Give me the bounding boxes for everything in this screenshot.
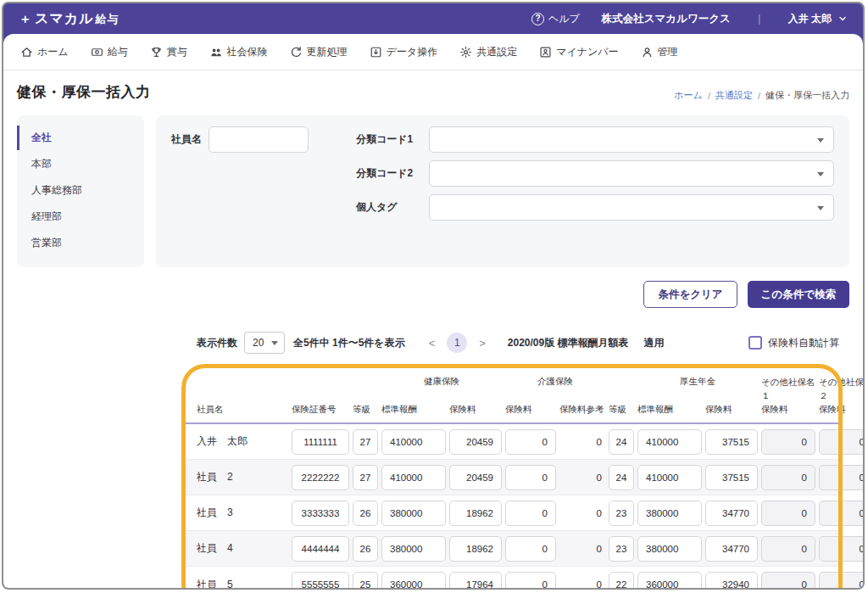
- chevron-down-icon: [817, 138, 824, 143]
- kenpo-standard-input[interactable]: 360000: [381, 572, 446, 590]
- kaigo-premium-input[interactable]: 0: [505, 501, 556, 526]
- kenpo-grade-input[interactable]: 27: [353, 465, 378, 490]
- settings-icon: [459, 46, 472, 59]
- category2-select[interactable]: [429, 160, 834, 187]
- col-header-other1: その他社保名１保険料: [761, 376, 815, 416]
- kaigo-premium-input[interactable]: 0: [505, 572, 556, 590]
- page-number-button[interactable]: 1: [447, 333, 467, 353]
- kaigo-premium-input[interactable]: 0: [505, 465, 556, 490]
- kaigo-premium-input[interactable]: 0: [505, 429, 556, 455]
- kenpo-standard-input[interactable]: 380000: [381, 501, 446, 526]
- nav-label: マイナンバー: [556, 45, 618, 59]
- kosei-grade-input[interactable]: 24: [609, 465, 634, 490]
- kosei-premium-input[interactable]: 37515: [705, 465, 758, 490]
- employee-name: 社員 2: [197, 470, 288, 484]
- cert-no-input[interactable]: 3333333: [292, 501, 349, 526]
- table-row: 社員 5 5555555 25 360000 17964 0 0 22 3600…: [183, 567, 841, 590]
- page-size-label: 表示件数: [197, 336, 237, 350]
- prev-page-button[interactable]: <: [429, 337, 436, 350]
- sidebar-item-sales[interactable]: 営業部: [17, 231, 144, 255]
- kenpo-premium-input[interactable]: 20459: [449, 429, 502, 455]
- kenpo-standard-input[interactable]: 410000: [381, 429, 446, 455]
- other1-premium-input: 0: [761, 536, 815, 562]
- sidebar-item-headquarters[interactable]: 本部: [17, 152, 144, 176]
- breadcrumb-settings[interactable]: 共通設定: [715, 89, 753, 102]
- kosei-standard-input[interactable]: 380000: [637, 501, 702, 526]
- col-header-name: 社員名: [197, 404, 288, 416]
- kosei-grade-input[interactable]: 23: [609, 536, 634, 562]
- kosei-standard-input[interactable]: 410000: [637, 465, 702, 490]
- kenpo-premium-input[interactable]: 17964: [449, 572, 502, 590]
- user-menu[interactable]: 入井 太郎: [788, 12, 848, 26]
- col-header-cert-no: 保険証番号: [292, 404, 349, 416]
- kenpo-premium-input[interactable]: 18962: [449, 501, 502, 526]
- content-sheet: ホーム 給与 賞与 社会保険 更新処理 データ操作: [3, 34, 863, 590]
- app-window: ＋ スマカル 給与 ? ヘルプ 株式会社スマカルワークス ｜ 入井 太郎 ホーム: [2, 2, 865, 590]
- nav-item-bonus[interactable]: 賞与: [150, 45, 187, 59]
- sidebar-item-hr-general-affairs[interactable]: 人事総務部: [17, 178, 144, 203]
- kosei-premium-input[interactable]: 37515: [705, 429, 758, 455]
- help-link[interactable]: ? ヘルプ: [531, 12, 580, 26]
- kosei-grade-input[interactable]: 23: [609, 501, 634, 526]
- employee-name-input[interactable]: [209, 126, 309, 153]
- kosei-premium-input[interactable]: 32940: [705, 572, 758, 590]
- kosei-standard-input[interactable]: 360000: [637, 572, 702, 590]
- nav-item-settings[interactable]: 共通設定: [459, 45, 517, 59]
- cert-no-input[interactable]: 4444444: [292, 536, 349, 562]
- kenpo-standard-input[interactable]: 380000: [381, 536, 446, 562]
- sidebar-item-accounting[interactable]: 経理部: [17, 204, 144, 229]
- kosei-grade-input[interactable]: 22: [609, 572, 634, 590]
- cert-no-input[interactable]: 2222222: [292, 465, 349, 490]
- breadcrumb: ホーム / 共通設定 / 健保・厚保一括入力: [674, 89, 849, 102]
- auto-calc-label: 保険料自動計算: [768, 336, 839, 350]
- nav-label: 給与: [108, 45, 128, 59]
- page-size-select[interactable]: 20: [244, 332, 285, 354]
- nav-item-data-operations[interactable]: データ操作: [370, 45, 438, 59]
- logo-plus-icon: ＋: [19, 11, 31, 27]
- kosei-standard-input[interactable]: 410000: [637, 429, 702, 455]
- category1-select[interactable]: [429, 126, 834, 153]
- department-sidebar: 全社 本部 人事総務部 経理部 営業部: [17, 115, 144, 267]
- kenpo-standard-input[interactable]: 410000: [381, 465, 446, 490]
- category1-label: 分類コード1: [356, 132, 429, 147]
- kenpo-grade-input[interactable]: 27: [353, 429, 378, 455]
- search-button[interactable]: この条件で検索: [748, 281, 849, 308]
- kaigo-premium-input[interactable]: 0: [505, 536, 556, 562]
- nav-item-admin[interactable]: 管理: [641, 45, 678, 59]
- other1-premium-input: 0: [761, 429, 815, 455]
- next-page-button[interactable]: >: [479, 337, 486, 350]
- kosei-premium-input[interactable]: 34770: [705, 501, 758, 526]
- kenpo-grade-input[interactable]: 26: [353, 536, 378, 562]
- kosei-premium-input[interactable]: 34770: [705, 536, 758, 562]
- kosei-standard-input[interactable]: 380000: [637, 536, 702, 562]
- col-header-kenpo-premium: 保険料: [449, 404, 502, 416]
- category2-label: 分類コード2: [356, 166, 429, 181]
- kenpo-grade-input[interactable]: 26: [353, 501, 378, 526]
- other1-premium-input: 0: [761, 501, 815, 526]
- kaigo-ref-value: 0: [559, 473, 605, 483]
- auto-calc-checkbox[interactable]: [748, 336, 762, 350]
- nav-item-home[interactable]: ホーム: [20, 45, 69, 59]
- sidebar-item-all-company[interactable]: 全社: [17, 126, 144, 150]
- nav-item-social-insurance[interactable]: 社会保険: [209, 45, 268, 59]
- kosei-grade-input[interactable]: 24: [609, 429, 634, 455]
- admin-icon: [641, 46, 654, 59]
- cert-no-input[interactable]: 1111111: [292, 429, 349, 455]
- clear-conditions-button[interactable]: 条件をクリア: [643, 281, 737, 308]
- col-header-kenpo-standard: 標準報酬: [381, 404, 446, 416]
- nav-item-payroll[interactable]: 給与: [91, 45, 128, 59]
- kenpo-grade-input[interactable]: 25: [353, 572, 378, 590]
- top-header: ＋ スマカル 給与 ? ヘルプ 株式会社スマカルワークス ｜ 入井 太郎: [3, 3, 863, 34]
- nav-item-my-number[interactable]: マイナンバー: [539, 45, 618, 59]
- nav-item-update[interactable]: 更新処理: [290, 45, 348, 59]
- personal-tag-select[interactable]: [429, 194, 834, 221]
- kenpo-premium-input[interactable]: 18962: [449, 536, 502, 562]
- col-header-other2: その他社保名２保険料: [819, 376, 863, 416]
- logo-suffix-text: 給与: [96, 12, 120, 27]
- breadcrumb-home[interactable]: ホーム: [674, 89, 703, 102]
- kaigo-ref-value: 0: [559, 579, 605, 590]
- cert-no-input[interactable]: 5555555: [292, 572, 349, 590]
- kenpo-premium-input[interactable]: 20459: [449, 465, 502, 490]
- kaigo-ref-value: 0: [559, 437, 605, 447]
- employee-name: 入井 太郎: [197, 434, 288, 449]
